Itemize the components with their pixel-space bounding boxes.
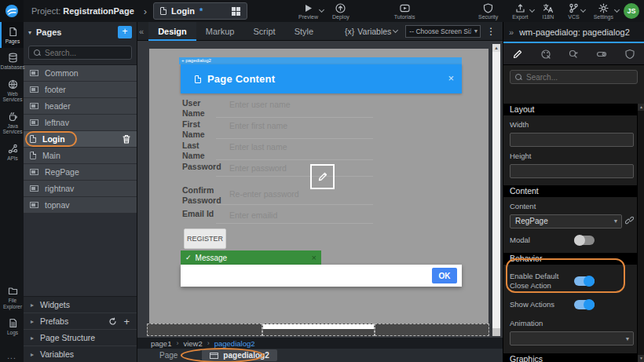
modal-toggle-row: Modal xyxy=(503,229,644,245)
tab-device[interactable] xyxy=(587,43,616,64)
dialog-close-button[interactable]: × xyxy=(448,72,454,84)
edit-content-button[interactable] xyxy=(310,164,335,189)
chevron-down-icon[interactable] xyxy=(529,6,534,12)
tab-design[interactable]: Design xyxy=(148,22,196,41)
preview-button[interactable]: Preview xyxy=(298,3,318,20)
add-page-button[interactable]: + xyxy=(118,26,132,38)
page-footer-cell[interactable] xyxy=(375,324,489,336)
rail-item-file-explorer[interactable]: File Explorer xyxy=(0,281,24,313)
page-icon xyxy=(160,7,166,15)
dialog-header[interactable]: Page Content × xyxy=(181,64,462,93)
page-item-common[interactable]: Common xyxy=(24,65,137,82)
pagedialog-widget[interactable]: + pagedialog2 Page Content × User Name E… xyxy=(181,57,462,287)
scroll-up-icon[interactable]: ▲ xyxy=(492,44,500,52)
tab-style[interactable]: Style xyxy=(285,22,323,41)
more-options-button[interactable]: ⋮ xyxy=(486,26,496,37)
properties-search[interactable] xyxy=(510,70,638,84)
chevron-right-icon[interactable]: › xyxy=(144,5,147,17)
content-select[interactable]: RegPage ▼ xyxy=(510,214,622,229)
page-item-leftnav[interactable]: leftnav xyxy=(24,115,137,131)
page-footer-cell[interactable] xyxy=(147,324,262,336)
tab-properties[interactable] xyxy=(503,43,532,64)
expand-panel-button[interactable]: » xyxy=(509,27,514,37)
pages-search-input[interactable] xyxy=(45,49,126,57)
modal-label: Modal xyxy=(510,236,566,245)
section-variables[interactable]: ▸Variables xyxy=(24,346,137,362)
breadcrumb-page1[interactable]: page1 xyxy=(151,339,171,348)
i18n-button[interactable]: I18N xyxy=(543,3,554,20)
page-item-footer[interactable]: footer xyxy=(24,82,137,98)
tab-markup[interactable]: Markup xyxy=(196,22,244,41)
width-input[interactable] xyxy=(510,133,634,147)
vcs-button[interactable]: VCS xyxy=(568,3,579,20)
canvas-vertical-scrollbar[interactable]: ▲ xyxy=(492,44,500,336)
chevron-down-icon[interactable] xyxy=(319,6,324,12)
breadcrumb-pagedialog2[interactable]: pagedialog2 xyxy=(214,339,255,348)
delete-page-button[interactable] xyxy=(123,134,130,144)
show-actions-toggle[interactable] xyxy=(574,300,595,309)
add-prefab-button[interactable]: + xyxy=(123,316,130,327)
page-item-rightnav[interactable]: rightnav xyxy=(24,181,137,197)
wavemaker-logo-icon[interactable] xyxy=(0,0,24,22)
confirm-password-field[interactable]: Re-enter password xyxy=(216,178,373,205)
section-page-structure[interactable]: ▸Page Structure xyxy=(24,330,137,346)
height-input[interactable] xyxy=(510,164,634,178)
message-close-button[interactable]: × xyxy=(312,253,317,262)
page-item-regpage[interactable]: RegPage xyxy=(24,164,137,181)
properties-scrollbar[interactable]: ▲ ▼ xyxy=(637,104,644,362)
page-item-header[interactable]: header xyxy=(24,98,137,115)
variables-menu[interactable]: {x}Variables xyxy=(345,27,397,36)
tab-styles[interactable] xyxy=(532,43,560,64)
animation-select[interactable]: ▼ xyxy=(510,331,634,346)
register-button[interactable]: REGISTER xyxy=(184,229,226,249)
screen-size-select[interactable]: -- Choose Screen Size -- ▼ xyxy=(405,25,481,38)
rail-item-java-services[interactable]: Java Services xyxy=(0,107,24,139)
section-prefabs[interactable]: ▸Prefabs + xyxy=(24,313,137,330)
widget-selection-bar[interactable]: + pagedialog2 xyxy=(179,57,462,64)
ok-button[interactable]: OK xyxy=(432,268,457,283)
page-item-topnav[interactable]: topnav xyxy=(24,197,137,214)
tab-script[interactable]: Script xyxy=(244,22,285,41)
modal-toggle[interactable] xyxy=(574,236,595,245)
breadcrumb-view2[interactable]: view2 xyxy=(183,339,202,348)
design-canvas[interactable]: ▲ + pagedialog2 Page Content × User Name… xyxy=(137,41,503,338)
palette-icon xyxy=(540,49,551,60)
user-avatar[interactable]: JS xyxy=(624,3,639,19)
security-button[interactable]: Security xyxy=(478,3,498,20)
pages-panel-header[interactable]: ▾ Pages + xyxy=(24,22,137,42)
deploy-button[interactable]: Deploy xyxy=(332,3,349,20)
enable-default-close-toggle[interactable] xyxy=(574,276,595,286)
chevron-down-icon[interactable] xyxy=(614,6,620,12)
dashboard-grid-icon[interactable] xyxy=(232,7,240,16)
export-button[interactable]: Export xyxy=(512,3,528,20)
enable-default-close-label: Enable Default Close Action xyxy=(510,272,566,291)
bottom-tab-pagedialog2[interactable]: pagedialog2 xyxy=(202,349,276,361)
scrollbar-thumb[interactable] xyxy=(492,52,500,328)
section-widgets[interactable]: ▸Widgets xyxy=(24,297,137,313)
rail-item-logs[interactable]: Logs xyxy=(0,313,24,339)
page-footer-cell[interactable] xyxy=(262,324,375,336)
bind-property-icon[interactable] xyxy=(625,216,634,226)
settings-button[interactable]: Settings xyxy=(594,3,613,20)
show-actions-label: Show Actions xyxy=(510,300,566,309)
email-field[interactable]: Enter emailid xyxy=(216,204,373,224)
page-item-login-selected[interactable]: Login xyxy=(24,131,137,148)
password-field[interactable]: Enter password xyxy=(216,157,373,177)
tab-security[interactable] xyxy=(616,43,644,64)
rail-item-pages[interactable]: Pages xyxy=(0,22,24,48)
scroll-up-icon[interactable]: ▲ xyxy=(638,104,644,111)
rail-overflow-button[interactable]: ... xyxy=(0,352,24,360)
scroll-down-icon[interactable]: ▼ xyxy=(638,355,644,362)
rail-item-databases[interactable]: Databases xyxy=(0,48,24,74)
rail-item-web-services[interactable]: Web Services xyxy=(0,75,24,107)
chevron-down-icon[interactable] xyxy=(580,6,586,12)
collapse-panel-button[interactable]: « xyxy=(139,27,144,36)
open-page-tab-login[interactable]: Login * xyxy=(153,2,247,20)
tab-events[interactable] xyxy=(560,43,588,64)
rail-item-apis[interactable]: APIs xyxy=(0,139,24,165)
refresh-icon[interactable] xyxy=(108,317,117,326)
page-item-main[interactable]: Main xyxy=(24,148,137,164)
tutorials-button[interactable]: Tutorials xyxy=(394,3,415,20)
pages-search[interactable] xyxy=(28,46,132,60)
properties-search-input[interactable] xyxy=(526,73,632,82)
